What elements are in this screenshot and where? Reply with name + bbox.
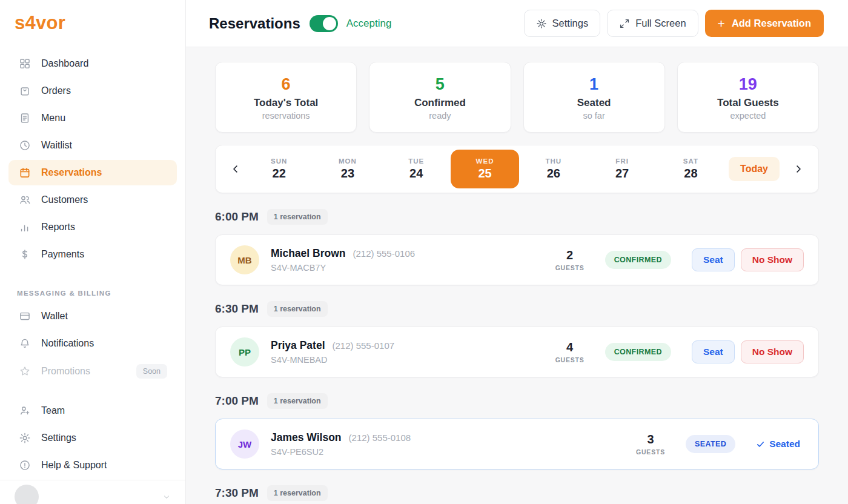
- status-badge: SEATED: [686, 435, 735, 453]
- time-slot-label: 7:00 PM: [215, 394, 259, 408]
- stat-sublabel: expected: [678, 111, 818, 121]
- stat-label: Seated: [524, 97, 664, 109]
- accepting-toggle[interactable]: [310, 15, 338, 32]
- sidebar-footer-nav: Team Settings Help & Support: [0, 396, 185, 480]
- day-of-week: THU: [546, 158, 562, 165]
- sidebar-item-reports[interactable]: Reports: [8, 214, 177, 240]
- toggle-knob: [323, 17, 336, 30]
- fullscreen-button-label: Full Screen: [635, 18, 686, 29]
- stat-sublabel: so far: [524, 111, 664, 121]
- avatar: JW: [230, 429, 259, 459]
- day-cell-fri-27[interactable]: FRI 27: [588, 150, 656, 188]
- day-cell-thu-26[interactable]: THU 26: [519, 150, 588, 188]
- guest-count-label: GUESTS: [555, 264, 585, 271]
- sidebar-section-label: MESSAGING & BILLING: [0, 279, 185, 300]
- main-column: Reservations Accepting Settings Full Scr…: [186, 0, 848, 504]
- seat-button[interactable]: Seat: [692, 340, 735, 363]
- bar-chart-icon: [18, 220, 31, 234]
- stat-card-confirmed: 5 Confirmed ready: [369, 62, 511, 133]
- day-number: 28: [684, 167, 697, 181]
- sidebar-item-payments[interactable]: Payments: [8, 242, 177, 267]
- guest-count-number: 4: [555, 340, 585, 354]
- settings-button[interactable]: Settings: [524, 10, 601, 37]
- user-plus-icon: [18, 404, 31, 417]
- add-reservation-button[interactable]: + Add Reservation: [705, 10, 824, 37]
- stat-sublabel: ready: [369, 111, 510, 121]
- stat-label: Total Guests: [678, 97, 818, 109]
- stat-value: 19: [678, 75, 818, 94]
- day-number: 27: [615, 167, 629, 181]
- no-show-button[interactable]: No Show: [741, 340, 804, 363]
- sidebar-item-dashboard[interactable]: Dashboard: [8, 51, 177, 76]
- day-cells: SUN 22 MON 23 TUE 24 WED 25: [245, 150, 725, 188]
- guest-phone: (212) 555-0107: [333, 340, 395, 351]
- reservation-code: S4V-PE6SU2: [271, 447, 411, 457]
- avatar: PP: [230, 337, 259, 366]
- sidebar-item-reservations[interactable]: Reservations: [8, 160, 177, 185]
- guest-name: James Wilson: [271, 431, 342, 444]
- stat-card-todays-total: 6 Today's Total reservations: [215, 62, 357, 133]
- reservation-code: S4V-MACB7Y: [271, 263, 415, 273]
- sidebar-item-settings[interactable]: Settings: [8, 425, 177, 451]
- time-slot-label: 6:30 PM: [215, 302, 259, 316]
- reservation-row-michael-brown[interactable]: MB Michael Brown (212) 555-0106 S4V-MACB…: [215, 234, 819, 285]
- seat-button[interactable]: Seat: [692, 248, 735, 271]
- stat-label: Confirmed: [369, 97, 510, 109]
- guest-phone: (212) 555-0108: [349, 433, 411, 443]
- sidebar-item-label: Dashboard: [41, 58, 88, 69]
- sidebar-item-label: Settings: [41, 433, 76, 443]
- fullscreen-button[interactable]: Full Screen: [607, 10, 698, 37]
- sidebar-item-label: Help & Support: [41, 460, 107, 471]
- check-icon: [756, 440, 765, 449]
- day-of-week: FRI: [615, 158, 629, 165]
- day-cell-mon-23[interactable]: MON 23: [313, 150, 382, 188]
- sidebar-item-label: Notifications: [41, 338, 94, 349]
- stat-value: 1: [524, 75, 664, 94]
- sidebar-item-label: Reports: [41, 222, 75, 233]
- sidebar-item-wallet[interactable]: Wallet: [8, 303, 177, 329]
- stat-sublabel: reservations: [216, 111, 356, 121]
- stat-label: Today's Total: [216, 97, 356, 109]
- sidebar-item-label: Customers: [41, 194, 88, 205]
- reservation-row-priya-patel[interactable]: PP Priya Patel (212) 555-0107 S4V-MNEBAD…: [215, 327, 819, 377]
- chevron-down-icon: [162, 492, 171, 501]
- sidebar-item-team[interactable]: Team: [8, 398, 177, 423]
- sidebar: s4vor Dashboard Orders Menu: [0, 0, 186, 504]
- day-cell-sat-28[interactable]: SAT 28: [657, 150, 725, 188]
- sidebar-item-promotions[interactable]: Promotions Soon: [8, 358, 177, 385]
- today-button[interactable]: Today: [729, 157, 780, 181]
- day-number: 22: [273, 167, 286, 181]
- reservation-row-james-wilson[interactable]: JW James Wilson (212) 555-0108 S4V-PE6SU…: [215, 419, 819, 469]
- reservation-count-badge: 1 reservation: [267, 485, 328, 501]
- sidebar-item-label: Orders: [41, 85, 71, 96]
- sidebar-nav: Dashboard Orders Menu Waitlist: [0, 44, 185, 269]
- guest-count-number: 3: [636, 433, 665, 446]
- day-of-week: TUE: [408, 158, 424, 165]
- next-week-button[interactable]: [789, 164, 807, 174]
- day-cell-tue-24[interactable]: TUE 24: [382, 150, 451, 188]
- day-cell-wed-25-selected[interactable]: WED 25: [451, 150, 519, 188]
- sidebar-user-area[interactable]: [0, 480, 185, 504]
- sidebar-item-customers[interactable]: Customers: [8, 187, 177, 213]
- sidebar-item-waitlist[interactable]: Waitlist: [8, 133, 177, 158]
- sidebar-item-notifications[interactable]: Notifications: [8, 331, 177, 356]
- no-show-button[interactable]: No Show: [741, 248, 804, 271]
- gear-icon: [18, 431, 31, 445]
- time-slot-header-630pm: 6:30 PM 1 reservation: [215, 301, 819, 317]
- users-icon: [18, 193, 31, 207]
- day-number: 25: [478, 167, 491, 181]
- sidebar-item-menu[interactable]: Menu: [8, 105, 177, 131]
- user-avatar[interactable]: [15, 485, 39, 504]
- day-number: 26: [547, 167, 560, 181]
- sidebar-billing-nav: Wallet Notifications Promotions Soon: [0, 300, 185, 386]
- bell-icon: [18, 337, 31, 350]
- day-cell-sun-22[interactable]: SUN 22: [245, 150, 313, 188]
- day-number: 24: [409, 167, 423, 181]
- prev-week-button[interactable]: [227, 164, 245, 174]
- guest-name: Michael Brown: [271, 247, 346, 260]
- sidebar-item-help[interactable]: Help & Support: [8, 453, 177, 478]
- sidebar-item-orders[interactable]: Orders: [8, 78, 177, 104]
- seated-indicator: Seated: [756, 439, 804, 449]
- page-title: Reservations: [209, 15, 300, 32]
- day-of-week: SAT: [683, 158, 698, 165]
